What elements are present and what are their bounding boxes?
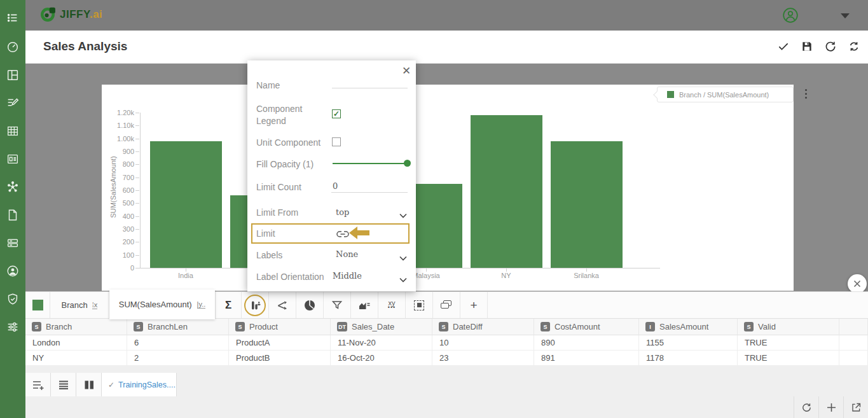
chart-legend[interactable]: Branch / SUM(SalesAmount) bbox=[657, 87, 794, 102]
table-cell[interactable]: TRUE bbox=[738, 351, 839, 366]
y-tick-label: 600 bbox=[102, 186, 134, 194]
table-cell[interactable]: 11-Nov-20 bbox=[331, 335, 432, 351]
refresh-icon[interactable] bbox=[824, 40, 837, 53]
aggregate-sigma-button[interactable]: Σ bbox=[215, 292, 242, 318]
table-refresh-button[interactable] bbox=[794, 396, 818, 418]
table-cell[interactable]: 2 bbox=[127, 351, 229, 366]
sliders-icon[interactable] bbox=[6, 320, 20, 334]
table-cell[interactable]: TRUE bbox=[738, 335, 839, 351]
fill-opacity-label: Fill Opacity (1) bbox=[256, 159, 313, 169]
chart-bar-India[interactable] bbox=[150, 141, 222, 268]
y-tick-mark bbox=[135, 164, 139, 165]
table-cell[interactable]: 23 bbox=[432, 351, 534, 366]
table-cell[interactable]: 6 bbox=[127, 335, 229, 351]
label-orientation-select-value[interactable]: Middle bbox=[333, 271, 362, 281]
filter-button[interactable] bbox=[324, 292, 351, 318]
jiffy-logo: JIFFY.ai bbox=[39, 6, 102, 23]
close-chart-overlay-button[interactable] bbox=[848, 274, 867, 293]
network-icon[interactable] bbox=[6, 180, 20, 194]
sync-icon[interactable] bbox=[848, 40, 860, 53]
table-cell[interactable]: 16-Oct-20 bbox=[331, 351, 432, 366]
column-header-salesamount[interactable]: ISalesAmount bbox=[639, 319, 738, 335]
account-dropdown-caret-icon[interactable] bbox=[841, 13, 850, 18]
column-header-datediff[interactable]: SDateDiff bbox=[432, 319, 534, 335]
column-header-branch[interactable]: SBranch bbox=[25, 319, 127, 335]
column-header-costamount[interactable]: SCostAmount bbox=[534, 319, 639, 335]
shield-check-icon[interactable] bbox=[6, 292, 20, 306]
labels-chevron-down-icon[interactable] bbox=[399, 252, 407, 257]
fill-opacity-slider[interactable] bbox=[333, 163, 408, 164]
selection-area-button[interactable] bbox=[406, 292, 433, 318]
scatter-chart-button[interactable] bbox=[269, 292, 296, 318]
chart-bar-Srilanka[interactable] bbox=[551, 141, 623, 268]
dataset-tab-trainingsales[interactable]: ✓ TrainingSales.... bbox=[102, 373, 177, 396]
legend-label: Branch / SUM(SalesAmount) bbox=[679, 91, 769, 99]
x-axis-field-chip[interactable]: Branch ⁞x bbox=[50, 292, 109, 318]
layers-button[interactable] bbox=[433, 292, 460, 318]
column-type-badge: S bbox=[32, 322, 41, 331]
labels-select-value[interactable]: None bbox=[336, 249, 358, 259]
chart-options-kebab-icon[interactable] bbox=[803, 87, 809, 101]
limit-from-chevron-down-icon[interactable] bbox=[399, 209, 407, 214]
check-icon[interactable] bbox=[777, 40, 790, 53]
limit-count-label: Limit Count bbox=[256, 182, 301, 192]
y-tick-label: 300 bbox=[102, 225, 134, 233]
xy-values-button[interactable]: xy••• bbox=[378, 292, 406, 318]
limit-link-icon[interactable] bbox=[336, 229, 349, 237]
form-card-icon[interactable] bbox=[6, 152, 20, 166]
limit-from-select-value[interactable]: top bbox=[336, 207, 349, 217]
component-legend-checkbox[interactable]: ✓ bbox=[332, 109, 341, 118]
series-color-swatch[interactable] bbox=[32, 300, 43, 310]
task-edit-icon[interactable] bbox=[6, 96, 20, 110]
limit-count-input[interactable] bbox=[331, 192, 408, 193]
label-orientation-chevron-down-icon[interactable] bbox=[399, 274, 407, 279]
fill-opacity-slider-knob[interactable] bbox=[404, 160, 411, 167]
column-header-label: Product bbox=[249, 322, 278, 331]
table-cell[interactable]: 890 bbox=[534, 335, 639, 351]
table-cell[interactable]: London bbox=[25, 335, 127, 351]
table-cell[interactable]: 891 bbox=[534, 351, 639, 366]
pie-chart-button[interactable] bbox=[296, 292, 324, 318]
column-view-button[interactable] bbox=[76, 373, 102, 396]
jiffy-logo-icon bbox=[39, 6, 56, 23]
document-icon[interactable] bbox=[6, 208, 20, 222]
expand-table-button[interactable] bbox=[843, 396, 868, 418]
label-orientation-label: Label Orientation bbox=[256, 272, 324, 282]
add-component-button[interactable]: + bbox=[460, 292, 488, 318]
left-sidebar bbox=[0, 0, 25, 418]
table-cell[interactable]: NY bbox=[25, 351, 127, 366]
column-header-sales_date[interactable]: DTSales_Date bbox=[331, 319, 432, 335]
column-header-branchlen[interactable]: SBranchLen bbox=[127, 319, 229, 335]
save-icon[interactable] bbox=[801, 40, 813, 53]
layout-icon[interactable] bbox=[6, 68, 20, 82]
column-header-valid[interactable]: SValid bbox=[738, 319, 839, 335]
legend-swatch[interactable] bbox=[667, 91, 674, 98]
dialog-close-icon[interactable]: ✕ bbox=[402, 66, 411, 76]
table-cell[interactable]: 10 bbox=[432, 335, 534, 351]
user-icon[interactable] bbox=[6, 264, 20, 278]
table-add-button[interactable] bbox=[818, 396, 843, 418]
limit-count-input-value[interactable]: 0 bbox=[333, 181, 338, 191]
unit-component-checkbox[interactable] bbox=[332, 137, 341, 146]
table-cell[interactable]: 1178 bbox=[639, 351, 738, 366]
clock-icon[interactable] bbox=[6, 40, 20, 54]
column-type-badge: DT bbox=[337, 322, 347, 331]
table-cell[interactable]: ProductA bbox=[229, 335, 331, 351]
table-cell[interactable]: ProductB bbox=[229, 351, 331, 366]
bar-chart-button[interactable] bbox=[242, 292, 269, 318]
chart-bar-NY[interactable] bbox=[471, 115, 542, 268]
menu-icon[interactable] bbox=[6, 11, 20, 25]
name-input[interactable] bbox=[332, 88, 408, 88]
table-cell[interactable]: 1155 bbox=[639, 335, 738, 351]
grid-table-icon[interactable] bbox=[6, 124, 20, 138]
y-axis-field-chip[interactable]: SUM(SalesAmount) |y.. bbox=[109, 289, 215, 319]
user-avatar-icon[interactable] bbox=[782, 7, 799, 24]
server-icon[interactable] bbox=[6, 236, 20, 250]
area-chart-button[interactable] bbox=[351, 292, 378, 318]
y-tick-mark bbox=[135, 139, 139, 139]
list-view-button[interactable] bbox=[51, 373, 76, 396]
y-tick-mark bbox=[135, 125, 139, 126]
column-header-product[interactable]: SProduct bbox=[229, 319, 331, 335]
column-header-label: Branch bbox=[46, 322, 72, 331]
add-sheet-button[interactable] bbox=[25, 373, 51, 396]
